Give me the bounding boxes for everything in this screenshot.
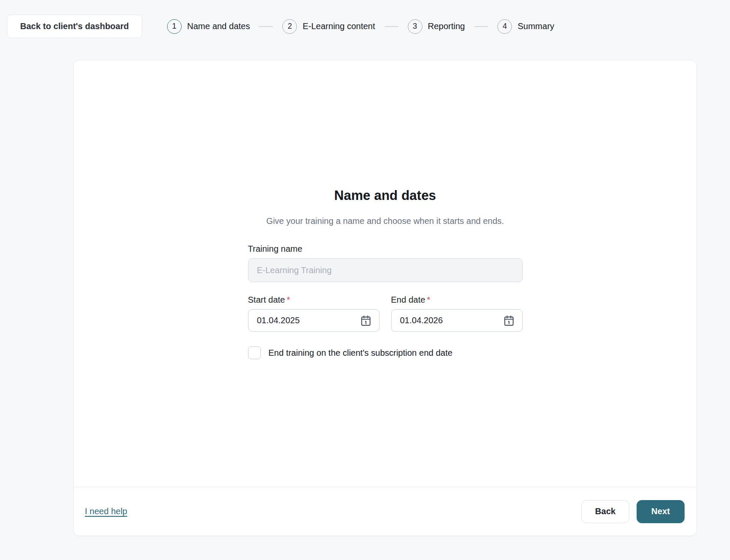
page-subtitle: Give your training a name and choose whe…	[266, 214, 504, 228]
required-asterisk: *	[427, 295, 431, 304]
end-date-label: End date*	[391, 295, 523, 305]
start-date-input-wrap	[248, 309, 380, 332]
step-label: Reporting	[428, 21, 465, 31]
stepper-step-reporting[interactable]: 3 Reporting	[408, 19, 465, 34]
step-number-badge: 1	[167, 19, 182, 34]
stepper-step-summary[interactable]: 4 Summary	[497, 19, 554, 34]
step-label: E-Learning content	[302, 21, 375, 31]
subscription-end-checkbox[interactable]	[248, 346, 261, 359]
step-number-badge: 4	[497, 19, 512, 34]
page-title: Name and dates	[334, 188, 436, 203]
step-number-badge: 2	[282, 19, 297, 34]
back-button[interactable]: Back	[581, 500, 629, 523]
step-number-badge: 3	[408, 19, 422, 34]
step-label: Summary	[518, 21, 554, 31]
start-date-label: Start date*	[248, 295, 380, 305]
stepper-connector	[259, 26, 273, 27]
start-date-field: Start date*	[248, 295, 380, 332]
step-label: Name and dates	[187, 21, 250, 31]
required-asterisk: *	[287, 295, 290, 304]
stepper-connector	[385, 26, 398, 27]
dates-row: Start date*	[248, 295, 523, 332]
training-name-label: Training name	[248, 244, 523, 254]
topbar: Back to client's dashboard 1 Name and da…	[0, 0, 730, 38]
subscription-end-label: End training on the client's subscriptio…	[269, 348, 453, 358]
back-to-dashboard-button[interactable]: Back to client's dashboard	[7, 15, 142, 38]
card-footer: I need help Back Next	[74, 487, 697, 536]
training-name-input[interactable]	[248, 258, 523, 282]
subscription-end-row: End training on the client's subscriptio…	[248, 346, 523, 359]
next-button[interactable]: Next	[637, 500, 685, 523]
calendar-icon[interactable]	[503, 315, 515, 326]
training-form: Training name Start date*	[248, 244, 523, 359]
start-date-input[interactable]	[248, 316, 343, 325]
stepper-step-name-and-dates[interactable]: 1 Name and dates	[167, 19, 250, 34]
stepper-step-elearning-content[interactable]: 2 E-Learning content	[282, 19, 375, 34]
stepper-connector	[474, 26, 488, 27]
wizard-card: Name and dates Give your training a name…	[73, 60, 697, 536]
calendar-icon[interactable]	[360, 315, 371, 326]
help-link[interactable]: I need help	[85, 506, 127, 516]
wizard-stepper: 1 Name and dates 2 E-Learning content 3 …	[167, 19, 554, 34]
end-date-input-wrap	[391, 309, 523, 332]
end-date-field: End date*	[391, 295, 523, 332]
end-date-input[interactable]	[392, 316, 486, 325]
step-content: Name and dates Give your training a name…	[74, 60, 697, 487]
